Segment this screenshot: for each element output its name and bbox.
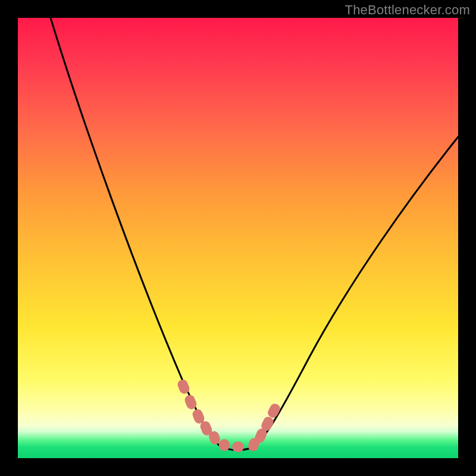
curve-layer xyxy=(18,18,458,458)
outer-frame: TheBottlenecker.com xyxy=(0,0,476,476)
plot-area xyxy=(18,18,458,458)
svg-rect-5 xyxy=(219,439,230,451)
svg-rect-6 xyxy=(232,441,244,452)
bottleneck-curve xyxy=(51,18,458,450)
marker-group xyxy=(176,378,281,453)
watermark-text: TheBottlenecker.com xyxy=(345,2,470,18)
